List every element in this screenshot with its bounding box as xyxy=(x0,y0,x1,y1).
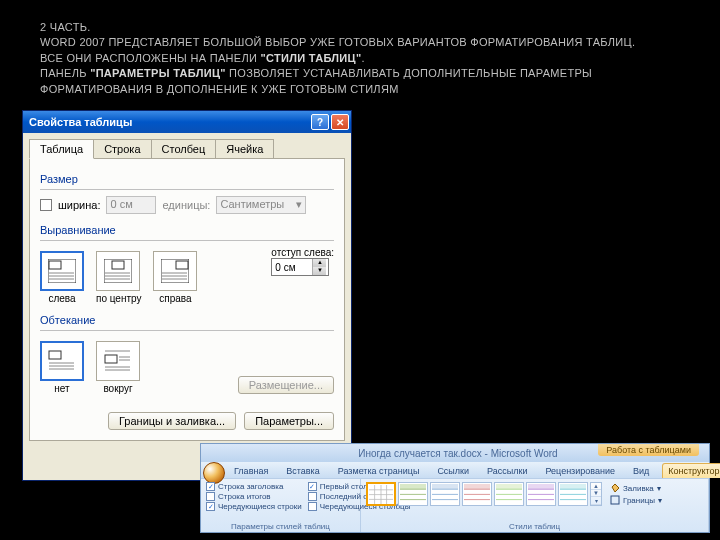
svg-rect-15 xyxy=(49,351,61,359)
table-style-5[interactable] xyxy=(494,482,524,506)
align-center-button[interactable] xyxy=(96,251,140,291)
align-left-button[interactable] xyxy=(40,251,84,291)
check-first-col[interactable]: ✓ xyxy=(308,482,317,491)
svg-rect-19 xyxy=(105,355,117,363)
check-banded-cols[interactable] xyxy=(308,502,317,511)
svg-rect-48 xyxy=(528,484,554,489)
dialog-titlebar[interactable]: Свойства таблицы ? ✕ xyxy=(23,111,351,133)
shading-button[interactable]: Заливка ▾ xyxy=(610,483,662,493)
table-style-icon xyxy=(528,484,554,505)
word-ribbon: Иногда случается так.docx - Microsoft Wo… xyxy=(200,443,710,533)
slide-line-3: ВСЕ ОНИ РАСПОЛОЖЕНЫ НА ПАНЕЛИ "СТИЛИ ТАБ… xyxy=(40,51,680,66)
borders-fill-button[interactable]: Границы и заливка... xyxy=(108,412,236,430)
svg-rect-11 xyxy=(176,261,188,269)
width-label: ширина: xyxy=(58,199,100,211)
wrap-none-icon xyxy=(48,349,76,373)
border-icon xyxy=(610,495,620,505)
table-options-group-label: Параметры стилей таблиц xyxy=(206,522,355,531)
svg-rect-6 xyxy=(112,261,124,269)
check-banded-rows[interactable]: ✓ xyxy=(206,502,215,511)
fill-icon xyxy=(610,483,620,493)
borders-button[interactable]: Границы ▾ xyxy=(610,495,662,505)
placement-button[interactable]: Размещение... xyxy=(238,376,334,394)
dialog-title: Свойства таблицы xyxy=(29,116,309,128)
table-style-gallery[interactable]: ▲▼▾ xyxy=(366,482,602,506)
width-input[interactable]: 0 см xyxy=(106,196,156,214)
align-center-label: по центру xyxy=(96,293,141,304)
tab-cell[interactable]: Ячейка xyxy=(215,139,274,159)
table-style-1[interactable] xyxy=(366,482,396,506)
indent-input[interactable] xyxy=(272,259,312,275)
align-right-button[interactable] xyxy=(153,251,197,291)
indent-up[interactable]: ▲ xyxy=(312,259,326,267)
wrap-none-button[interactable] xyxy=(40,341,84,381)
svg-rect-32 xyxy=(400,484,426,489)
table-styles-group: ▲▼▾ Заливка ▾ Границы ▾ Стили таблиц xyxy=(361,479,709,532)
wrap-group-title: Обтекание xyxy=(40,314,334,326)
dialog-tabs: Таблица Строка Столбец Ячейка xyxy=(23,133,351,159)
help-button[interactable]: ? xyxy=(311,114,329,130)
close-button[interactable]: ✕ xyxy=(331,114,349,130)
wrap-around-label: вокруг xyxy=(96,383,140,394)
table-style-6[interactable] xyxy=(526,482,556,506)
tab-home[interactable]: Главная xyxy=(229,464,273,478)
table-properties-dialog: Свойства таблицы ? ✕ Таблица Строка Стол… xyxy=(22,110,352,481)
tab-page-layout[interactable]: Разметка страницы xyxy=(333,464,425,478)
context-tab-label: Работа с таблицами xyxy=(598,444,699,456)
tab-content: Размер ширина: 0 см единицы: Сантиметры … xyxy=(29,158,345,441)
gallery-scroll[interactable]: ▲▼▾ xyxy=(590,482,602,506)
align-right-label: справа xyxy=(153,293,197,304)
svg-rect-52 xyxy=(560,484,586,489)
table-style-icon xyxy=(432,484,458,505)
wrap-none-label: нет xyxy=(40,383,84,394)
table-style-2[interactable] xyxy=(398,482,428,506)
tab-column[interactable]: Столбец xyxy=(151,139,217,159)
unit-select[interactable]: Сантиметры xyxy=(216,196,306,214)
table-style-icon xyxy=(560,484,586,505)
tab-table[interactable]: Таблица xyxy=(29,139,94,159)
tab-references[interactable]: Ссылки xyxy=(432,464,474,478)
parameters-button[interactable]: Параметры... xyxy=(244,412,334,430)
slide-line-2: WORD 2007 ПРЕДСТАВЛЯЕТ БОЛЬШОЙ ВЫБОР УЖЕ… xyxy=(40,35,680,50)
check-total-row[interactable] xyxy=(206,492,215,501)
alignment-group-title: Выравнивание xyxy=(40,224,334,236)
table-styles-group-label: Стили таблиц xyxy=(366,522,703,531)
table-style-7[interactable] xyxy=(558,482,588,506)
table-style-icon xyxy=(464,484,490,505)
table-style-options-group: ✓Строка заголовка Строка итогов ✓Чередую… xyxy=(201,479,361,532)
svg-rect-56 xyxy=(611,496,619,504)
table-style-3[interactable] xyxy=(430,482,460,506)
wrap-around-button[interactable] xyxy=(96,341,140,381)
align-left-label: слева xyxy=(40,293,84,304)
ribbon-tabs: Главная Вставка Разметка страницы Ссылки… xyxy=(201,462,709,478)
table-style-icon xyxy=(496,484,522,505)
tab-insert[interactable]: Вставка xyxy=(281,464,324,478)
size-group-title: Размер xyxy=(40,173,334,185)
tab-view[interactable]: Вид xyxy=(628,464,654,478)
tab-mailings[interactable]: Рассылки xyxy=(482,464,532,478)
indent-label: отступ слева: xyxy=(271,247,334,258)
svg-rect-1 xyxy=(49,261,61,269)
table-style-icon xyxy=(400,484,426,505)
slide-description: 2 ЧАСТЬ. WORD 2007 ПРЕДСТАВЛЯЕТ БОЛЬШОЙ … xyxy=(0,0,720,107)
tab-row[interactable]: Строка xyxy=(93,139,151,159)
svg-rect-36 xyxy=(432,484,458,489)
check-header-row[interactable]: ✓ xyxy=(206,482,215,491)
tab-review[interactable]: Рецензирование xyxy=(540,464,620,478)
width-checkbox[interactable] xyxy=(40,199,52,211)
align-right-icon xyxy=(161,259,189,283)
unit-label: единицы: xyxy=(162,199,210,211)
svg-rect-44 xyxy=(496,484,522,489)
check-last-col[interactable] xyxy=(308,492,317,501)
svg-rect-40 xyxy=(464,484,490,489)
slide-line-4: ПАНЕЛЬ "ПАРАМЕТРЫ ТАБЛИЦ" ПОЗВОЛЯЕТ УСТА… xyxy=(40,66,680,81)
wrap-around-icon xyxy=(104,349,132,373)
align-left-icon xyxy=(48,259,76,283)
tab-design[interactable]: Конструктор xyxy=(662,463,720,478)
slide-line-1: 2 ЧАСТЬ. xyxy=(40,20,680,35)
table-style-icon xyxy=(369,485,393,504)
table-style-4[interactable] xyxy=(462,482,492,506)
indent-spinner[interactable]: ▲ ▼ xyxy=(271,258,329,276)
indent-down[interactable]: ▼ xyxy=(312,267,326,275)
align-center-icon xyxy=(104,259,132,283)
